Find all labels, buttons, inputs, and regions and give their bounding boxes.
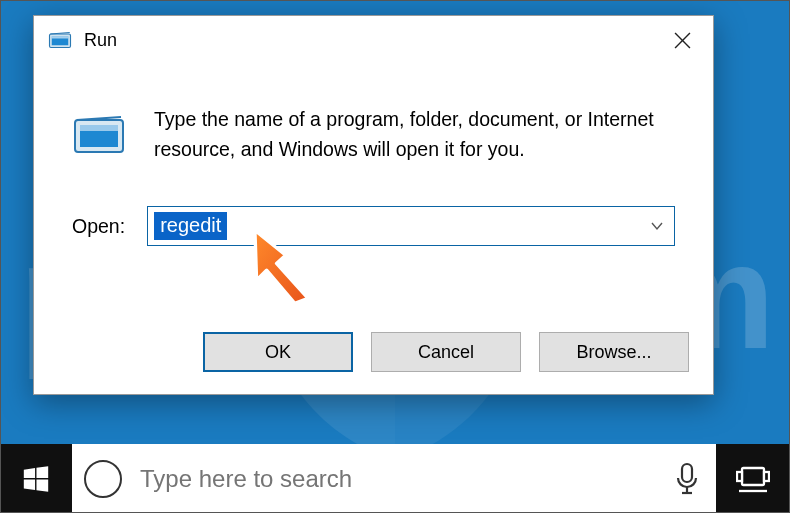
- start-button[interactable]: [0, 444, 72, 513]
- run-icon: [48, 28, 72, 52]
- svg-rect-7: [80, 125, 118, 131]
- dialog-title: Run: [84, 30, 651, 51]
- task-view-icon: [736, 464, 770, 494]
- svg-rect-13: [764, 472, 769, 481]
- close-button[interactable]: [651, 16, 713, 64]
- cancel-button[interactable]: Cancel: [371, 332, 521, 372]
- open-input-selection: regedit: [154, 212, 227, 240]
- windows-logo-icon: [21, 464, 51, 494]
- browse-button[interactable]: Browse...: [539, 332, 689, 372]
- svg-rect-2: [52, 36, 69, 38]
- svg-rect-8: [682, 464, 692, 482]
- close-icon: [674, 32, 691, 49]
- run-large-icon: [72, 108, 126, 162]
- ok-button[interactable]: OK: [203, 332, 353, 372]
- run-dialog: Run Type the name of a program, folder, …: [33, 15, 714, 395]
- open-combobox[interactable]: regedit: [147, 206, 675, 246]
- search-input[interactable]: [140, 465, 656, 493]
- svg-rect-11: [742, 468, 764, 485]
- cortana-icon[interactable]: [84, 460, 122, 498]
- taskbar: [0, 444, 790, 513]
- chevron-down-icon[interactable]: [650, 219, 664, 233]
- svg-rect-12: [737, 472, 742, 481]
- button-row: OK Cancel Browse...: [203, 332, 689, 372]
- task-view-button[interactable]: [716, 444, 790, 513]
- dialog-body: Type the name of a program, folder, docu…: [34, 64, 713, 246]
- taskbar-search[interactable]: [72, 444, 716, 513]
- open-label: Open:: [72, 215, 125, 238]
- microphone-icon[interactable]: [674, 462, 700, 496]
- titlebar: Run: [34, 16, 713, 64]
- dialog-message: Type the name of a program, folder, docu…: [154, 104, 674, 164]
